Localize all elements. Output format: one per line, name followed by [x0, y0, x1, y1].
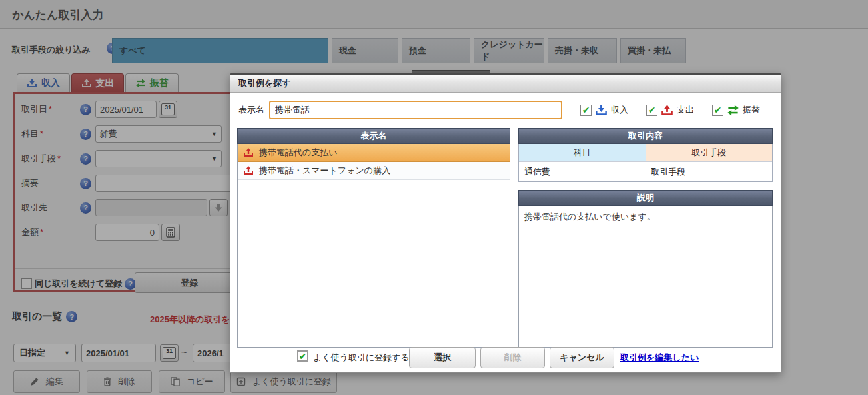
select-button[interactable]: 選択: [409, 347, 476, 368]
income-icon: [595, 104, 608, 117]
transfer-checkbox[interactable]: ✔: [712, 105, 723, 116]
check-icon: ✔: [299, 352, 307, 361]
delete-button[interactable]: 削除: [480, 347, 545, 368]
expense-checkbox[interactable]: ✔: [646, 105, 657, 116]
description-text: 携帯電話代の支払いで使います。: [518, 206, 773, 348]
search-example-dialog: 取引例を探す 表示名 ✔ 収入 ✔ 支出: [230, 73, 781, 373]
display-name-search-input[interactable]: [269, 101, 562, 119]
results-panel: 表示名 携帯電話代の支払い 携帯電話・スマートフ: [237, 128, 510, 348]
income-checkbox[interactable]: ✔: [580, 105, 592, 116]
check-icon: ✔: [648, 105, 656, 115]
filter-income-label: 収入: [611, 104, 628, 116]
check-icon: ✔: [582, 105, 590, 115]
search-row: 表示名 ✔ 収入 ✔ 支出 ✔: [238, 100, 773, 120]
check-icon: ✔: [714, 105, 722, 115]
result-row[interactable]: 携帯電話代の支払い: [238, 144, 510, 162]
edit-examples-link[interactable]: 取引例を編集したい: [620, 352, 699, 364]
filter-transfer-checkbox-group[interactable]: ✔ 振替: [712, 104, 760, 117]
expense-icon: [243, 147, 254, 158]
result-label: 携帯電話・スマートフォンの購入: [259, 165, 390, 177]
filter-transfer-label: 振替: [743, 104, 760, 116]
description-header: 説明: [518, 190, 773, 206]
detail-panel: 取引内容 科目 取引手段 通信費 取引手段 説明 携帯電話代の支払いで使います。: [518, 128, 773, 348]
detail-method-value: 取引手段: [646, 162, 773, 181]
search-label: 表示名: [238, 104, 264, 116]
detail-col-method: 取引手段: [646, 144, 773, 161]
detail-table: 科目 取引手段 通信費 取引手段: [518, 144, 773, 182]
app-screen: かんたん取引入力 取引手段の絞り込み ? すべて 現金 預金 クレジットカード …: [0, 0, 868, 395]
result-row[interactable]: 携帯電話・スマートフォンの購入: [238, 162, 510, 180]
detail-account-value: 通信費: [519, 162, 646, 181]
filter-expense-checkbox-group[interactable]: ✔ 支出: [646, 104, 694, 117]
expense-icon: [661, 104, 673, 117]
dialog-title: 取引例を探す: [230, 75, 781, 93]
cancel-button[interactable]: キャンセル: [550, 347, 614, 368]
filter-expense-label: 支出: [677, 104, 694, 116]
dialog-footer: ✔ よく使う取引に登録する 選択 削除 キャンセル 取引例を編集したい: [230, 346, 781, 368]
favorite-label: よく使う取引に登録する: [313, 352, 410, 364]
filter-income-checkbox-group[interactable]: ✔ 収入: [580, 104, 628, 117]
favorite-checkbox[interactable]: ✔: [297, 350, 308, 362]
expense-icon: [243, 165, 254, 176]
detail-header: 取引内容: [518, 128, 773, 144]
results-header: 表示名: [237, 128, 510, 144]
results-list: 携帯電話代の支払い 携帯電話・スマートフォンの購入: [237, 144, 510, 348]
detail-col-account: 科目: [519, 144, 646, 161]
transfer-icon: [727, 104, 739, 117]
result-label: 携帯電話代の支払い: [259, 147, 338, 159]
